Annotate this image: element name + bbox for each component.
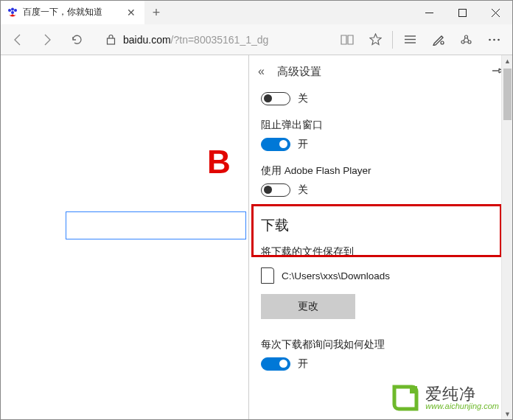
toggle-unknown[interactable] — [261, 92, 290, 105]
share-icon[interactable] — [452, 24, 480, 55]
svg-point-3 — [11, 11, 14, 14]
svg-point-18 — [498, 38, 500, 41]
new-tab-button[interactable]: + — [144, 1, 168, 24]
minimize-button[interactable] — [413, 1, 446, 24]
save-location-label: 将下载的文件保存到 — [261, 245, 500, 259]
search-input[interactable] — [66, 211, 246, 239]
forward-button[interactable] — [32, 24, 62, 55]
scroll-down-icon[interactable]: ▼ — [502, 408, 513, 419]
popup-block-label: 阻止弹出窗口 — [261, 119, 500, 132]
tab-title: 百度一下，你就知道 — [23, 6, 124, 18]
panel-back-icon[interactable]: « — [258, 65, 277, 78]
svg-point-16 — [489, 38, 491, 41]
downloads-heading: 下载 — [261, 216, 500, 235]
close-window-button[interactable] — [479, 1, 512, 24]
window-controls — [413, 1, 512, 24]
svg-point-17 — [493, 38, 495, 41]
svg-rect-5 — [459, 9, 467, 16]
change-location-button[interactable]: 更改 — [261, 294, 355, 319]
title-bar: 百度一下，你就知道 ✕ + — [1, 1, 512, 24]
document-icon — [261, 267, 274, 284]
svg-point-0 — [8, 9, 11, 12]
settings-panel: « 高级设置 关 阻止弹出窗口 开 使用 Adobe Flash Player … — [248, 55, 512, 419]
panel-scrollbar[interactable]: ▲ ▼ — [501, 55, 512, 419]
baidu-logo: B — [207, 144, 231, 181]
url-path: /?tn=80035161_1_dg — [171, 34, 269, 46]
favorite-icon[interactable] — [361, 24, 389, 55]
browser-tab[interactable]: 百度一下，你就知道 ✕ — [1, 1, 144, 24]
maximize-button[interactable] — [446, 1, 479, 24]
lock-icon — [106, 34, 116, 45]
svg-point-12 — [441, 41, 444, 44]
notes-icon[interactable] — [424, 24, 452, 55]
svg-point-13 — [464, 35, 467, 38]
refresh-button[interactable] — [62, 24, 91, 55]
tab-close-icon[interactable]: ✕ — [124, 7, 139, 18]
toggle-state: 开 — [298, 138, 308, 151]
back-button[interactable] — [3, 24, 32, 55]
svg-rect-8 — [108, 38, 115, 44]
hub-icon[interactable] — [396, 24, 424, 55]
toggle-ask-download[interactable] — [261, 357, 290, 371]
ask-each-download-label: 每次下载都询问我如何处理 — [261, 338, 500, 351]
scroll-up-icon[interactable]: ▲ — [502, 55, 513, 66]
baidu-favicon — [7, 7, 18, 18]
address-bar: baidu.com/?tn=80035161_1_dg — [1, 24, 512, 55]
url-input[interactable]: baidu.com/?tn=80035161_1_dg — [120, 29, 333, 50]
svg-point-2 — [14, 9, 17, 12]
toggle-state: 开 — [298, 357, 308, 371]
svg-point-1 — [11, 7, 14, 10]
scroll-thumb[interactable] — [503, 69, 512, 120]
download-path: C:\Users\xxs\Downloads — [282, 270, 390, 281]
flash-label: 使用 Adobe Flash Player — [261, 164, 500, 178]
reading-view-icon[interactable] — [333, 24, 361, 55]
toggle-state: 关 — [298, 183, 308, 197]
url-host: baidu.com — [123, 34, 171, 46]
toggle-block-popups[interactable] — [261, 138, 290, 151]
panel-title: 高级设置 — [277, 65, 492, 79]
toggle-state: 关 — [298, 92, 308, 105]
more-icon[interactable] — [480, 24, 508, 55]
toggle-flash[interactable] — [261, 183, 290, 197]
